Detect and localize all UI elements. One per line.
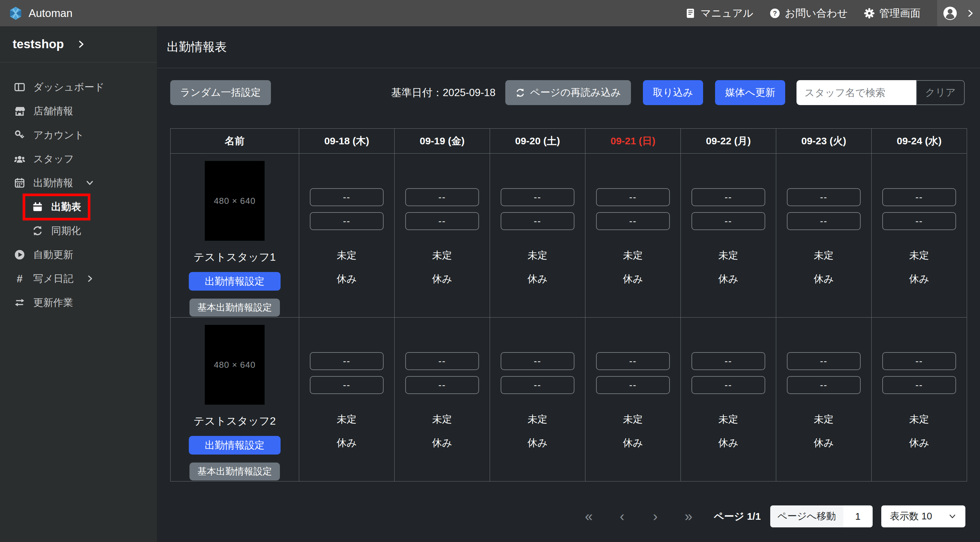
sidebar-item-shop-info[interactable]: 店舗情報: [0, 99, 157, 123]
clear-search-button[interactable]: クリア: [916, 80, 965, 105]
topbar-link-label: マニュアル: [700, 6, 753, 20]
status-dayoff-label: 休み: [814, 436, 834, 450]
goto-page-input[interactable]: [843, 505, 873, 528]
shift-start-select[interactable]: --: [405, 352, 479, 370]
topbar-link-admin[interactable]: 管理画面: [864, 6, 921, 20]
refresh-icon: [515, 88, 525, 98]
base-date-label: 基準日付：2025-09-18: [391, 86, 496, 100]
shift-start-select[interactable]: --: [787, 352, 861, 370]
day-cell: -- -- 未定 休み: [872, 154, 967, 317]
staff-search-input[interactable]: [797, 80, 916, 105]
shift-end-select[interactable]: --: [692, 376, 765, 394]
sidebar-item-label: ダッシュボード: [33, 80, 104, 94]
sidebar-item-photo-diary[interactable]: # 写メ日記: [0, 267, 157, 291]
store-icon: [14, 105, 25, 117]
page-size-select[interactable]: 表示数 10: [881, 505, 966, 528]
day-cell: -- -- 未定 休み: [776, 154, 871, 317]
shift-end-select[interactable]: --: [501, 376, 574, 394]
person-circle-icon[interactable]: [942, 6, 958, 21]
status-dayoff-label: 休み: [718, 436, 739, 450]
last-page-button[interactable]: »: [672, 509, 705, 523]
sidebar-item-sync[interactable]: 同期化: [0, 219, 157, 243]
dashboard-icon: [14, 81, 25, 93]
brand-name: Automan: [29, 7, 72, 20]
sidebar-item-account[interactable]: アカウント: [0, 123, 157, 147]
base-attendance-setting-button[interactable]: 基本出勤情報設定: [189, 462, 280, 480]
shift-end-select[interactable]: --: [692, 212, 765, 230]
staff-search: クリア: [797, 80, 965, 105]
brand[interactable]: Automan: [0, 6, 72, 20]
attendance-setting-button[interactable]: 出勤情報設定: [189, 436, 280, 454]
shift-end-select[interactable]: --: [596, 212, 670, 230]
active-item-highlight: 出勤表: [25, 196, 88, 218]
day-cell: -- -- 未定 休み: [299, 317, 394, 481]
shop-selector[interactable]: testshop: [0, 26, 157, 62]
shift-end-select[interactable]: --: [310, 376, 383, 394]
chevron-right-icon: [86, 274, 95, 283]
status-undecided-label: 未定: [432, 413, 452, 426]
sidebar-item-attendance-info[interactable]: 出勤情報: [0, 171, 157, 195]
svg-text:?: ?: [773, 9, 777, 17]
status-undecided-label: 未定: [814, 413, 834, 426]
shift-start-select[interactable]: --: [310, 352, 383, 370]
sidebar-item-label: 出勤表: [51, 200, 81, 214]
status-dayoff-label: 休み: [337, 436, 357, 450]
shift-end-select[interactable]: --: [405, 376, 479, 394]
shift-end-select[interactable]: --: [787, 212, 861, 230]
shift-start-select[interactable]: --: [596, 188, 670, 206]
shift-start-select[interactable]: --: [501, 352, 574, 370]
users-icon: [14, 153, 25, 164]
page-indicator: ページ 1/1: [714, 510, 760, 523]
sidebar-item-label: 出勤情報: [33, 176, 73, 190]
sidebar-item-attendance-table[interactable]: 出勤表: [0, 195, 157, 219]
shift-end-select[interactable]: --: [882, 376, 956, 394]
shift-end-select[interactable]: --: [405, 212, 479, 230]
column-header-date: 09-18 (木): [299, 129, 394, 153]
sidebar-nav: ダッシュボード 店舗情報 アカウント: [0, 62, 157, 314]
calendar-icon: [14, 177, 25, 188]
status-undecided-label: 未定: [337, 413, 357, 426]
update-media-button[interactable]: 媒体へ更新: [715, 80, 785, 105]
status-undecided-label: 未定: [528, 249, 547, 262]
page-reload-button[interactable]: ページの再読み込み: [505, 80, 631, 105]
shift-start-select[interactable]: --: [692, 188, 765, 206]
sidebar-item-staff[interactable]: スタッフ: [0, 147, 157, 171]
column-header-date: 09-22 (月): [681, 129, 776, 153]
shift-end-select[interactable]: --: [882, 212, 956, 230]
status-undecided-label: 未定: [814, 249, 834, 262]
gear-icon: [864, 8, 875, 19]
prev-page-button[interactable]: ‹: [605, 509, 639, 523]
shift-end-select[interactable]: --: [787, 376, 861, 394]
day-cell: -- -- 未定 休み: [585, 154, 681, 317]
main-content: 出勤情報表 ランダム一括設定 基準日付：2025-09-18 ページの再読み込み…: [157, 26, 980, 542]
staff-name: テストスタッフ2: [194, 414, 275, 429]
shift-start-select[interactable]: --: [596, 352, 670, 370]
shift-start-select[interactable]: --: [882, 188, 956, 206]
shift-start-select[interactable]: --: [882, 352, 956, 370]
staff-photo-placeholder: 480 × 640: [205, 161, 265, 241]
sidebar-item-dashboard[interactable]: ダッシュボード: [0, 75, 157, 99]
shift-start-select[interactable]: --: [310, 188, 383, 206]
random-batch-set-button[interactable]: ランダム一括設定: [170, 80, 271, 105]
topbar-link-contact[interactable]: ? お問い合わせ: [769, 6, 848, 20]
day-cell: -- -- 未定 休み: [585, 317, 681, 481]
shift-end-select[interactable]: --: [596, 376, 670, 394]
sidebar-item-update-work[interactable]: 更新作業: [0, 291, 157, 314]
next-page-button[interactable]: ›: [639, 509, 672, 523]
shift-end-select[interactable]: --: [501, 212, 574, 230]
first-page-button[interactable]: «: [572, 509, 605, 523]
shift-start-select[interactable]: --: [787, 188, 861, 206]
shift-end-select[interactable]: --: [310, 212, 383, 230]
sidebar-item-label: 店舗情報: [33, 104, 73, 118]
calendar-solid-icon: [32, 201, 43, 212]
shift-start-select[interactable]: --: [501, 188, 574, 206]
attendance-setting-button[interactable]: 出勤情報設定: [189, 272, 280, 291]
base-attendance-setting-button[interactable]: 基本出勤情報設定: [189, 299, 280, 317]
import-button[interactable]: 取り込み: [643, 80, 703, 105]
topbar-link-manual[interactable]: マニュアル: [685, 6, 753, 20]
book-icon: [685, 8, 696, 19]
sidebar-item-auto-update[interactable]: 自動更新: [0, 243, 157, 267]
shift-start-select[interactable]: --: [692, 352, 765, 370]
chevron-right-icon[interactable]: [966, 9, 975, 18]
shift-start-select[interactable]: --: [405, 188, 479, 206]
